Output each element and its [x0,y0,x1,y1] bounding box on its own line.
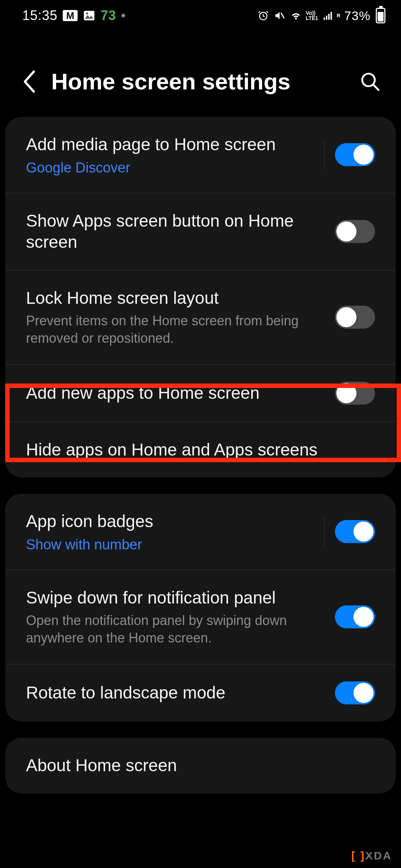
setting-title: Hide apps on Home and Apps screens [26,439,364,461]
status-clock: 15:35 [22,8,58,23]
setting-title: Rotate to landscape mode [26,682,324,704]
toggle-add-new-apps[interactable] [335,382,375,405]
settings-group-3: About Home screen [5,738,396,793]
alarm-icon [257,9,270,22]
setting-add-media-page[interactable]: Add media page to Home screen Google Dis… [5,117,396,193]
setting-app-icon-badges[interactable]: App icon badges Show with number [5,494,396,570]
svg-rect-0 [84,11,94,20]
setting-title: About Home screen [26,755,364,776]
settings-group-1: Add media page to Home screen Google Dis… [5,117,396,477]
setting-title: Swipe down for notification panel [26,587,324,609]
status-bar-right: Vo))LTE1 R 73% [257,8,385,23]
setting-title: App icon badges [26,511,313,532]
picture-icon [83,9,95,22]
chevron-left-icon [22,70,36,93]
setting-hide-apps[interactable]: Hide apps on Home and Apps screens [5,422,396,478]
back-button[interactable] [16,69,42,95]
setting-add-new-apps[interactable]: Add new apps to Home screen [5,364,396,422]
svg-line-3 [281,13,284,19]
setting-title: Add media page to Home screen [26,134,313,155]
setting-description: Open the notification panel by swiping d… [26,612,324,647]
gmail-icon: M [63,10,78,21]
setting-description: Prevent items on the Home screen from be… [26,312,324,347]
setting-sublabel-link: Google Discover [26,160,313,176]
signal-icon [322,9,335,22]
toggle-show-apps-button[interactable] [335,220,375,243]
page-header: Home screen settings [0,31,401,117]
search-button[interactable] [357,69,383,95]
setting-sublabel-link: Show with number [26,537,313,553]
toggle-swipe-notification[interactable] [335,605,375,628]
svg-rect-6 [328,14,330,20]
setting-rotate-landscape[interactable]: Rotate to landscape mode [5,664,396,721]
setting-title: Lock Home screen layout [26,287,324,309]
battery-percent: 73% [344,9,371,23]
svg-point-1 [86,13,88,15]
setting-title: Show Apps screen button on Home screen [26,210,324,253]
roaming-icon: R [337,13,340,19]
toggle-add-media-page[interactable] [335,143,375,166]
settings-group-2: App icon badges Show with number Swipe d… [5,494,396,721]
setting-title: Add new apps to Home screen [26,382,324,404]
svg-rect-5 [326,16,327,20]
vertical-separator [324,140,325,169]
status-green-number: 73 [101,8,116,23]
svg-line-9 [374,85,379,90]
watermark: [ ]XDA [351,849,392,862]
toggle-lock-layout[interactable] [335,306,375,329]
volte-icon: Vo))LTE1 [306,9,318,22]
status-bar-left: 15:35 M 73 [22,8,125,23]
toggle-app-icon-badges[interactable] [335,520,375,543]
battery-icon [376,8,385,23]
svg-rect-7 [330,12,332,20]
toggle-rotate-landscape[interactable] [335,681,375,704]
setting-swipe-notification[interactable]: Swipe down for notification panel Open t… [5,570,396,664]
setting-about-home-screen[interactable]: About Home screen [5,738,396,793]
page-title: Home screen settings [51,68,357,95]
mute-icon [273,9,286,22]
svg-rect-4 [323,17,325,20]
search-icon [360,72,380,92]
vertical-separator [324,517,325,546]
setting-lock-layout[interactable]: Lock Home screen layout Prevent items on… [5,270,396,364]
wifi-icon [290,9,302,22]
setting-show-apps-button[interactable]: Show Apps screen button on Home screen [5,193,396,270]
watermark-text: XDA [365,849,392,862]
status-bar: 15:35 M 73 Vo))LTE1 R 73% [0,0,401,31]
status-dot-icon [121,14,125,17]
